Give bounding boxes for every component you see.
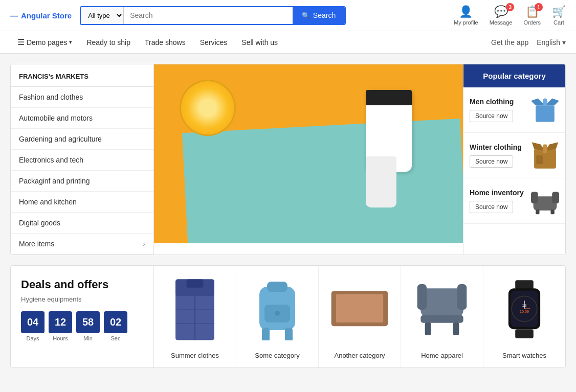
- svg-rect-8: [536, 155, 543, 164]
- svg-rect-42: [515, 329, 534, 338]
- svg-rect-12: [536, 210, 539, 214]
- chevron-down-icon: ▾: [69, 39, 72, 45]
- product-image-area: [159, 274, 231, 345]
- logo-dash: —: [10, 11, 18, 20]
- source-now-button-winter[interactable]: Source now: [470, 155, 513, 168]
- popular-category: Popular category Men clothing Source now: [463, 64, 565, 255]
- search-input[interactable]: [124, 7, 293, 24]
- cart-icon-item[interactable]: 🛒 Cart: [552, 5, 566, 26]
- popular-category-item-winter: Winter clothing Source now: [463, 133, 565, 178]
- my-profile-icon-item[interactable]: 👤 My profile: [454, 5, 478, 26]
- svg-rect-0: [536, 105, 555, 122]
- svg-rect-16: [187, 279, 204, 287]
- countdown-min-label: Min: [83, 335, 93, 341]
- svg-rect-11: [552, 192, 559, 203]
- sell-with-us-nav-item[interactable]: Sell with us: [234, 32, 285, 53]
- winter-clothing-icon: [531, 140, 559, 171]
- cat-item-left: Home inventory Source now: [470, 189, 524, 213]
- svg-rect-30: [457, 284, 467, 310]
- countdown-days-label: Days: [26, 335, 39, 341]
- header-icons: 👤 My profile 💬 3 Message 📋 1 Orders 🛒 Ca…: [454, 5, 566, 26]
- hamburger-icon: ☰: [17, 37, 25, 47]
- sidebar-item-label: Digital goods: [19, 219, 60, 227]
- demo-pages-nav-item[interactable]: ☰ Demo pages ▾: [10, 31, 79, 53]
- ready-ship-label: Ready to ship: [86, 38, 130, 47]
- logo-text: Angular Store: [21, 11, 72, 20]
- sidebar-item-automobile[interactable]: Automobile and motors: [11, 108, 153, 129]
- carousel-dot[interactable]: [297, 243, 302, 248]
- sidebar-item-more-items[interactable]: More items ›: [11, 234, 153, 255]
- shirt-image: [531, 96, 559, 124]
- message-label: Message: [490, 19, 513, 26]
- carousel-image: [154, 64, 463, 243]
- ready-ship-nav-item[interactable]: Ready to ship: [79, 32, 138, 53]
- trade-shows-label: Trade shows: [145, 38, 186, 47]
- trade-shows-nav-item[interactable]: Trade shows: [138, 32, 193, 53]
- sidebar-item-packaging[interactable]: Packaginf and printing: [11, 171, 153, 192]
- cart-icon: 🛒: [552, 5, 566, 18]
- sidebar-item-fashion[interactable]: Fashion and clothes: [11, 87, 153, 108]
- countdown-hours: 12 Hours: [49, 311, 72, 341]
- product-image-area: [324, 274, 395, 345]
- svg-point-23: [275, 311, 280, 316]
- deals-info: Deals and offers Hygiene equipments 04 D…: [11, 266, 154, 367]
- sidebar-item-label: More items: [19, 240, 54, 248]
- source-now-button-men[interactable]: Source now: [470, 110, 513, 122]
- message-icon-item[interactable]: 💬 3 Message: [490, 5, 513, 26]
- sidebar-item-digital[interactable]: Digital goods: [11, 213, 153, 234]
- search-button[interactable]: 🔍 Search: [293, 7, 345, 24]
- sidebar-item-label: Home and kitchen: [19, 198, 77, 206]
- logo[interactable]: — Angular Store: [10, 11, 72, 20]
- product-card-backpack[interactable]: Some category: [236, 266, 319, 367]
- get-the-app-link[interactable]: Get the app: [491, 38, 528, 47]
- svg-rect-10: [531, 192, 538, 203]
- carousel-dot[interactable]: [306, 243, 311, 248]
- sidebar: FRANCIS's MARKETS Fashion and clothes Au…: [11, 64, 154, 255]
- countdown-days-value: 04: [21, 311, 45, 333]
- search-bar: All type 🔍 Search: [80, 6, 346, 25]
- cat-item-name: Winter clothing: [470, 143, 522, 151]
- men-clothing-icon: [531, 95, 559, 125]
- svg-rect-27: [336, 294, 383, 322]
- deals-title: Deals and offers: [21, 278, 143, 291]
- svg-text:10:09: 10:09: [520, 310, 529, 314]
- sidebar-item-electronics[interactable]: Electronics and tech: [11, 150, 153, 171]
- carousel-dots: [297, 243, 320, 248]
- cat-item-name: Men clothing: [470, 98, 514, 106]
- product-card-home-apparel[interactable]: Home apparel: [401, 266, 483, 367]
- product-card-summer[interactable]: Summer clothes: [154, 266, 236, 367]
- source-now-button-home[interactable]: Source now: [470, 201, 513, 213]
- jacket-image: [531, 140, 559, 171]
- deals-subtitle: Hygiene equipments: [21, 295, 143, 303]
- markets-section: FRANCIS's MARKETS Fashion and clothes Au…: [10, 64, 566, 255]
- english-dropdown[interactable]: English ▾: [537, 38, 566, 47]
- carousel-orange: [180, 80, 236, 136]
- svg-rect-13: [551, 210, 555, 214]
- search-type-select[interactable]: All type: [81, 7, 124, 24]
- sidebar-item-label: Electronics and tech: [19, 156, 83, 164]
- countdown: 04 Days 12 Hours 58 Min 02 Sec: [21, 311, 143, 341]
- backpack-image: [252, 279, 303, 340]
- message-badge: 3: [506, 3, 514, 11]
- svg-rect-7: [543, 145, 547, 153]
- nav-right: Get the app English ▾: [491, 38, 566, 47]
- header: — Angular Store All type 🔍 Search 👤 My p…: [0, 0, 576, 31]
- profile-icon: 👤: [459, 5, 473, 18]
- orders-icon-item[interactable]: 📋 1 Orders: [523, 5, 541, 26]
- svg-rect-33: [453, 322, 459, 335]
- carousel-dot[interactable]: [315, 243, 320, 248]
- sidebar-item-gardening[interactable]: Gardening and agriculture: [11, 129, 153, 150]
- sidebar-item-label: Packaginf and printing: [19, 177, 90, 185]
- summer-clothes-image: [167, 276, 223, 343]
- services-nav-item[interactable]: Services: [193, 32, 235, 53]
- product-card-smart-watches[interactable]: 12 10:09 Smart watches: [483, 266, 565, 367]
- product-card-another[interactable]: Another category: [319, 266, 401, 367]
- orders-badge: 1: [535, 3, 543, 11]
- main-content: FRANCIS's MARKETS Fashion and clothes Au…: [0, 54, 576, 378]
- svg-rect-21: [267, 282, 287, 292]
- sidebar-item-home-kitchen[interactable]: Home and kitchen: [11, 192, 153, 213]
- svg-rect-32: [425, 322, 431, 335]
- cat-item-name: Home inventory: [470, 189, 524, 197]
- product-label: Smart watches: [502, 352, 546, 359]
- smartwatch-image: 12 10:09: [504, 276, 545, 343]
